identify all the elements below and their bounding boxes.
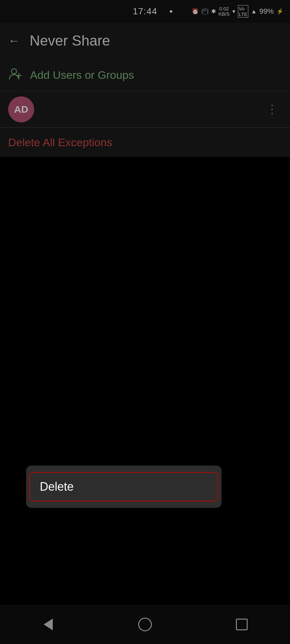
user-row: AD ⋮ bbox=[0, 91, 290, 127]
bluetooth-icon: ✱ bbox=[211, 8, 216, 15]
nav-back-button[interactable] bbox=[38, 615, 58, 634]
context-menu: Delete bbox=[26, 466, 222, 508]
nav-bar bbox=[0, 605, 290, 644]
network-icon: ▲ bbox=[251, 8, 257, 15]
nav-recent-button[interactable] bbox=[232, 615, 252, 634]
back-button[interactable]: ← bbox=[8, 34, 20, 48]
context-menu-delete-label: Delete bbox=[40, 480, 74, 494]
add-users-icon bbox=[8, 67, 22, 83]
status-dot: • bbox=[169, 6, 173, 17]
delete-all-exceptions-row[interactable]: Delete All Exceptions bbox=[0, 128, 290, 157]
nav-home-button[interactable] bbox=[135, 615, 155, 634]
battery-percent: 99% bbox=[259, 7, 274, 16]
volte-icon: VoLTE bbox=[238, 5, 248, 18]
back-triangle-icon bbox=[44, 619, 53, 630]
delete-all-exceptions-label: Delete All Exceptions bbox=[8, 136, 112, 149]
status-icons: ⏰ 📳 ✱ 0.02KB/S ▾ VoLTE ▲ 99% ⚡ bbox=[192, 5, 283, 18]
wifi-icon: ▾ bbox=[232, 8, 235, 15]
header: ← Never Share bbox=[0, 23, 290, 59]
data-speed-icon: 0.02KB/S bbox=[219, 6, 230, 17]
status-bar: 17:44 • ⏰ 📳 ✱ 0.02KB/S ▾ VoLTE ▲ 99% ⚡ bbox=[0, 0, 290, 23]
status-time: 17:44 bbox=[133, 6, 157, 17]
recent-square-icon bbox=[236, 619, 248, 630]
avatar: AD bbox=[8, 96, 34, 122]
home-circle-icon bbox=[138, 618, 152, 631]
more-options-button[interactable]: ⋮ bbox=[263, 99, 282, 119]
vibrate-icon: 📳 bbox=[201, 8, 209, 15]
add-users-label: Add Users or Groups bbox=[30, 69, 134, 81]
context-menu-delete-item[interactable]: Delete bbox=[29, 472, 218, 501]
alarm-icon: ⏰ bbox=[192, 8, 199, 15]
battery-bolt-icon: ⚡ bbox=[276, 8, 283, 15]
svg-point-0 bbox=[11, 69, 17, 74]
add-users-row[interactable]: Add Users or Groups bbox=[0, 59, 290, 91]
main-content-area bbox=[0, 157, 290, 483]
page-title: Never Share bbox=[30, 33, 110, 49]
